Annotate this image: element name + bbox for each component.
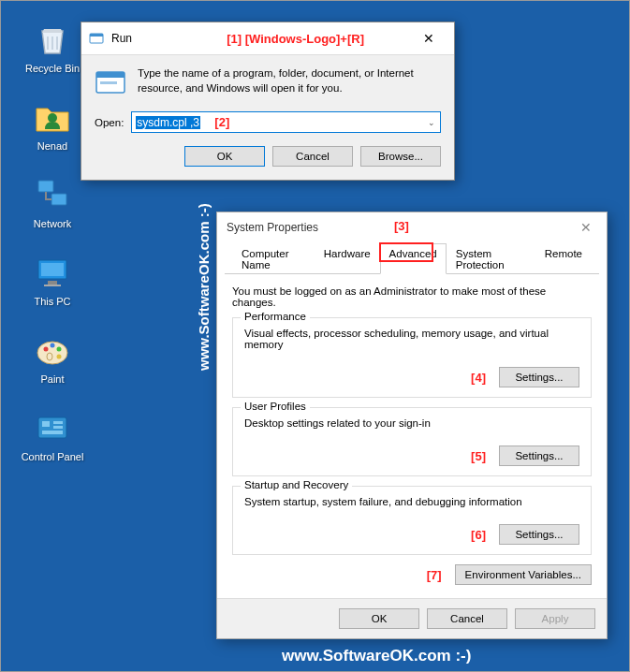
desktop-icons: Recycle Bin Nenad Network This PC Paint … xyxy=(20,20,85,462)
svg-point-11 xyxy=(57,355,62,359)
svg-rect-19 xyxy=(90,34,103,37)
annotation-5: [5] xyxy=(471,449,486,463)
browse-button[interactable]: Browse... xyxy=(360,146,441,167)
run-description: Type the name of a program, folder, docu… xyxy=(138,66,441,95)
run-combobox[interactable]: sysdm.cpl ,3 [2] ⌄ xyxy=(131,111,441,133)
user-folder-icon xyxy=(33,97,72,137)
control-panel-icon xyxy=(33,408,72,447)
svg-rect-6 xyxy=(44,285,61,286)
desktop-icon-label: This PC xyxy=(34,296,70,307)
run-big-icon xyxy=(95,66,126,98)
performance-settings-button[interactable]: Settings... xyxy=(499,367,579,387)
svg-point-9 xyxy=(51,343,55,348)
tab-remote[interactable]: Remote xyxy=(535,243,592,274)
desktop-icon-user[interactable]: Nenad xyxy=(20,97,85,152)
watermark-horizontal: www.SoftwareOK.com :-) xyxy=(282,647,471,665)
cancel-button[interactable]: Cancel xyxy=(272,146,353,167)
startup-recovery-group: Startup and Recovery System startup, sys… xyxy=(232,486,592,555)
svg-rect-5 xyxy=(48,281,57,285)
desktop-icon-label: Control Panel xyxy=(22,451,84,462)
tab-hardware[interactable]: Hardware xyxy=(315,243,380,274)
ok-button[interactable]: OK xyxy=(184,146,265,167)
apply-button[interactable]: Apply xyxy=(515,608,595,629)
user-profiles-group: User Profiles Desktop settings related t… xyxy=(232,407,592,476)
svg-rect-17 xyxy=(42,431,63,434)
user-profiles-legend: User Profiles xyxy=(241,401,310,412)
startup-desc: System startup, system failure, and debu… xyxy=(244,496,579,507)
svg-rect-15 xyxy=(53,421,63,424)
svg-point-12 xyxy=(47,353,52,360)
run-title: Run xyxy=(111,32,227,45)
sysprop-buttons: OK Cancel Apply xyxy=(217,598,607,638)
sysprop-tabs: Computer Name Hardware Advanced System P… xyxy=(225,242,599,274)
desktop-icon-label: Network xyxy=(34,218,71,229)
cancel-button[interactable]: Cancel xyxy=(427,608,507,629)
recycle-bin-icon xyxy=(33,20,72,59)
annotation-3: [3] xyxy=(394,219,409,233)
system-properties-dialog: System Properties ✕ Computer Name Hardwa… xyxy=(216,212,608,639)
run-body: Type the name of a program, folder, docu… xyxy=(81,55,454,180)
sysprop-content: You must be logged on as an Administrato… xyxy=(217,274,607,598)
desktop-icon-network[interactable]: Network xyxy=(20,175,85,229)
sysprop-titlebar[interactable]: System Properties ✕ xyxy=(217,212,607,242)
run-dialog: Run [1] [Windows-Logo]+[R] ✕ Type the na… xyxy=(81,22,455,181)
performance-desc: Visual effects, processor scheduling, me… xyxy=(244,328,579,350)
run-input-field[interactable]: sysdm.cpl ,3 [2] ⌄ xyxy=(131,111,441,133)
desktop-icon-label: Nenad xyxy=(37,140,67,152)
user-profiles-desc: Desktop settings related to your sign-in xyxy=(244,417,579,429)
network-icon xyxy=(33,175,72,214)
desktop-icon-label: Paint xyxy=(40,373,64,385)
tab-computer-name[interactable]: Computer Name xyxy=(232,243,315,274)
close-button[interactable]: ✕ xyxy=(575,220,597,235)
annotation-4: [4] xyxy=(471,371,486,385)
run-titlebar[interactable]: Run [1] [Windows-Logo]+[R] ✕ xyxy=(81,22,454,55)
svg-point-0 xyxy=(48,113,57,123)
performance-group: Performance Visual effects, processor sc… xyxy=(232,317,592,398)
svg-rect-22 xyxy=(100,81,117,84)
svg-point-10 xyxy=(57,347,62,352)
startup-legend: Startup and Recovery xyxy=(241,479,352,490)
run-input-value: sysdm.cpl ,3 xyxy=(136,116,200,129)
open-label: Open: xyxy=(95,117,124,128)
run-icon xyxy=(89,31,104,46)
close-icon: ✕ xyxy=(423,31,434,46)
annotation-7: [7] xyxy=(427,568,442,582)
annotation-1: [1] [Windows-Logo]+[R] xyxy=(227,32,364,46)
tab-system-protection[interactable]: System Protection xyxy=(447,243,535,274)
svg-rect-16 xyxy=(53,426,63,429)
paint-icon xyxy=(33,330,72,370)
desktop-icon-thispc[interactable]: This PC xyxy=(20,253,85,307)
annotation-6: [6] xyxy=(471,528,486,542)
tab-advanced[interactable]: Advanced xyxy=(380,243,447,274)
sysprop-intro: You must be logged on as an Administrato… xyxy=(232,285,592,308)
ok-button[interactable]: OK xyxy=(339,608,419,629)
desktop-icon-controlpanel[interactable]: Control Panel xyxy=(20,408,85,462)
startup-settings-button[interactable]: Settings... xyxy=(499,524,579,545)
annotation-2: [2] xyxy=(214,115,229,129)
svg-rect-1 xyxy=(38,181,53,192)
performance-legend: Performance xyxy=(241,311,310,322)
svg-rect-2 xyxy=(51,194,66,205)
svg-rect-21 xyxy=(96,72,125,78)
svg-point-8 xyxy=(44,347,49,352)
environment-variables-button[interactable]: Environment Variables... xyxy=(455,564,592,585)
desktop-icon-paint[interactable]: Paint xyxy=(20,330,85,385)
svg-rect-4 xyxy=(41,263,64,276)
this-pc-icon xyxy=(33,253,72,292)
desktop-icon-label: Recycle Bin xyxy=(25,63,80,74)
watermark-vertical: www.SoftwareOK.com :-) xyxy=(196,203,212,371)
user-profiles-settings-button[interactable]: Settings... xyxy=(499,446,579,466)
svg-rect-14 xyxy=(42,421,50,427)
close-button[interactable]: ✕ xyxy=(411,28,447,49)
chevron-down-icon[interactable]: ⌄ xyxy=(428,118,435,127)
desktop-icon-recycle-bin[interactable]: Recycle Bin xyxy=(20,20,85,74)
